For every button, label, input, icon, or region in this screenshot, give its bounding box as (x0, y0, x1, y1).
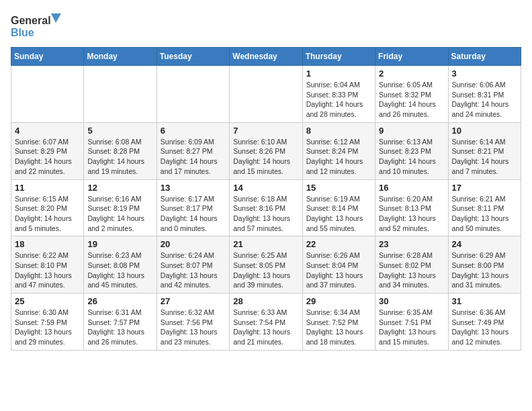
calendar-cell (84, 66, 157, 123)
day-number: 23 (379, 239, 444, 249)
weekday-header-monday: Monday (84, 48, 157, 66)
day-info: Sunrise: 6:28 AM Sunset: 8:02 PM Dayligh… (379, 250, 444, 290)
logo: GeneralBlue (11, 11, 64, 39)
page-header: GeneralBlue (11, 11, 521, 39)
day-number: 17 (452, 183, 517, 193)
day-number: 15 (306, 183, 371, 193)
calendar-cell: 15Sunrise: 6:19 AM Sunset: 8:14 PM Dayli… (302, 179, 375, 236)
day-info: Sunrise: 6:19 AM Sunset: 8:14 PM Dayligh… (306, 194, 371, 234)
day-info: Sunrise: 6:34 AM Sunset: 7:52 PM Dayligh… (306, 308, 371, 347)
calendar-cell: 11Sunrise: 6:15 AM Sunset: 8:20 PM Dayli… (11, 179, 84, 236)
day-info: Sunrise: 6:30 AM Sunset: 7:59 PM Dayligh… (15, 308, 80, 347)
day-info: Sunrise: 6:22 AM Sunset: 8:10 PM Dayligh… (15, 250, 80, 290)
day-info: Sunrise: 6:35 AM Sunset: 7:51 PM Dayligh… (379, 308, 444, 347)
calendar-week-1: 1Sunrise: 6:04 AM Sunset: 8:33 PM Daylig… (11, 66, 521, 123)
calendar-cell: 5Sunrise: 6:08 AM Sunset: 8:28 PM Daylig… (84, 122, 157, 179)
calendar-cell: 4Sunrise: 6:07 AM Sunset: 8:29 PM Daylig… (11, 122, 84, 179)
day-number: 25 (15, 296, 80, 306)
calendar-cell: 17Sunrise: 6:21 AM Sunset: 8:11 PM Dayli… (448, 179, 521, 236)
day-number: 6 (161, 126, 226, 136)
day-info: Sunrise: 6:14 AM Sunset: 8:21 PM Dayligh… (452, 137, 517, 177)
day-number: 11 (15, 183, 80, 193)
day-number: 3 (452, 68, 517, 79)
day-number: 8 (306, 126, 371, 136)
calendar-cell: 1Sunrise: 6:04 AM Sunset: 8:33 PM Daylig… (302, 66, 375, 123)
day-number: 5 (87, 126, 152, 136)
svg-marker-0 (51, 13, 61, 23)
calendar-cell: 12Sunrise: 6:16 AM Sunset: 8:19 PM Dayli… (84, 179, 157, 236)
calendar-cell: 18Sunrise: 6:22 AM Sunset: 8:10 PM Dayli… (11, 236, 84, 293)
weekday-header-wednesday: Wednesday (230, 48, 302, 66)
day-info: Sunrise: 6:12 AM Sunset: 8:24 PM Dayligh… (306, 137, 371, 177)
day-number: 31 (452, 296, 517, 306)
day-number: 21 (233, 239, 298, 249)
day-number: 7 (233, 126, 298, 136)
calendar-cell: 21Sunrise: 6:25 AM Sunset: 8:05 PM Dayli… (230, 236, 302, 293)
calendar-week-2: 4Sunrise: 6:07 AM Sunset: 8:29 PM Daylig… (11, 122, 521, 179)
day-info: Sunrise: 6:31 AM Sunset: 7:57 PM Dayligh… (87, 308, 152, 347)
weekday-header-friday: Friday (375, 48, 448, 66)
day-info: Sunrise: 6:29 AM Sunset: 8:00 PM Dayligh… (452, 250, 517, 290)
day-number: 22 (306, 239, 371, 249)
calendar-cell: 9Sunrise: 6:13 AM Sunset: 8:23 PM Daylig… (375, 122, 448, 179)
calendar-table: SundayMondayTuesdayWednesdayThursdayFrid… (11, 47, 521, 351)
day-info: Sunrise: 6:15 AM Sunset: 8:20 PM Dayligh… (15, 194, 80, 234)
svg-text:Blue: Blue (11, 27, 34, 38)
weekday-header-sunday: Sunday (11, 48, 84, 66)
calendar-cell: 3Sunrise: 6:06 AM Sunset: 8:31 PM Daylig… (448, 66, 521, 123)
calendar-cell: 13Sunrise: 6:17 AM Sunset: 8:17 PM Dayli… (157, 179, 229, 236)
calendar-cell: 23Sunrise: 6:28 AM Sunset: 8:02 PM Dayli… (375, 236, 448, 293)
day-info: Sunrise: 6:23 AM Sunset: 8:08 PM Dayligh… (87, 250, 152, 290)
day-info: Sunrise: 6:17 AM Sunset: 8:17 PM Dayligh… (161, 194, 226, 234)
day-number: 20 (161, 239, 226, 249)
day-number: 12 (87, 183, 152, 193)
calendar-cell: 30Sunrise: 6:35 AM Sunset: 7:51 PM Dayli… (375, 293, 448, 351)
calendar-header-row: SundayMondayTuesdayWednesdayThursdayFrid… (11, 48, 521, 66)
day-number: 13 (161, 183, 226, 193)
day-info: Sunrise: 6:07 AM Sunset: 8:29 PM Dayligh… (15, 137, 80, 177)
day-number: 27 (161, 296, 226, 306)
calendar-cell (157, 66, 229, 123)
day-info: Sunrise: 6:05 AM Sunset: 8:32 PM Dayligh… (379, 80, 444, 120)
weekday-header-tuesday: Tuesday (157, 48, 229, 66)
day-number: 10 (452, 126, 517, 136)
calendar-cell: 20Sunrise: 6:24 AM Sunset: 8:07 PM Dayli… (157, 236, 229, 293)
calendar-cell: 29Sunrise: 6:34 AM Sunset: 7:52 PM Dayli… (302, 293, 375, 351)
calendar-cell: 8Sunrise: 6:12 AM Sunset: 8:24 PM Daylig… (302, 122, 375, 179)
day-number: 4 (15, 126, 80, 136)
day-info: Sunrise: 6:08 AM Sunset: 8:28 PM Dayligh… (87, 137, 152, 177)
calendar-cell: 27Sunrise: 6:32 AM Sunset: 7:56 PM Dayli… (157, 293, 229, 351)
day-info: Sunrise: 6:20 AM Sunset: 8:13 PM Dayligh… (379, 194, 444, 234)
day-number: 19 (87, 239, 152, 249)
calendar-cell: 10Sunrise: 6:14 AM Sunset: 8:21 PM Dayli… (448, 122, 521, 179)
day-number: 30 (379, 296, 444, 306)
calendar-cell: 14Sunrise: 6:18 AM Sunset: 8:16 PM Dayli… (230, 179, 302, 236)
calendar-cell (230, 66, 302, 123)
weekday-header-saturday: Saturday (448, 48, 521, 66)
day-number: 28 (233, 296, 298, 306)
day-number: 29 (306, 296, 371, 306)
day-info: Sunrise: 6:13 AM Sunset: 8:23 PM Dayligh… (379, 137, 444, 177)
day-number: 2 (379, 68, 444, 79)
day-number: 26 (87, 296, 152, 306)
day-info: Sunrise: 6:10 AM Sunset: 8:26 PM Dayligh… (233, 137, 298, 177)
calendar-cell: 16Sunrise: 6:20 AM Sunset: 8:13 PM Dayli… (375, 179, 448, 236)
day-info: Sunrise: 6:24 AM Sunset: 8:07 PM Dayligh… (161, 250, 226, 290)
calendar-cell: 31Sunrise: 6:36 AM Sunset: 7:49 PM Dayli… (448, 293, 521, 351)
calendar-cell: 7Sunrise: 6:10 AM Sunset: 8:26 PM Daylig… (230, 122, 302, 179)
day-number: 14 (233, 183, 298, 193)
day-info: Sunrise: 6:04 AM Sunset: 8:33 PM Dayligh… (306, 80, 371, 120)
day-number: 9 (379, 126, 444, 136)
calendar-cell: 6Sunrise: 6:09 AM Sunset: 8:27 PM Daylig… (157, 122, 229, 179)
calendar-week-3: 11Sunrise: 6:15 AM Sunset: 8:20 PM Dayli… (11, 179, 521, 236)
calendar-cell: 24Sunrise: 6:29 AM Sunset: 8:00 PM Dayli… (448, 236, 521, 293)
calendar-cell: 22Sunrise: 6:26 AM Sunset: 8:04 PM Dayli… (302, 236, 375, 293)
day-info: Sunrise: 6:36 AM Sunset: 7:49 PM Dayligh… (452, 308, 517, 347)
day-number: 16 (379, 183, 444, 193)
day-info: Sunrise: 6:06 AM Sunset: 8:31 PM Dayligh… (452, 80, 517, 120)
day-info: Sunrise: 6:21 AM Sunset: 8:11 PM Dayligh… (452, 194, 517, 234)
calendar-week-4: 18Sunrise: 6:22 AM Sunset: 8:10 PM Dayli… (11, 236, 521, 293)
day-info: Sunrise: 6:25 AM Sunset: 8:05 PM Dayligh… (233, 250, 298, 290)
day-info: Sunrise: 6:09 AM Sunset: 8:27 PM Dayligh… (161, 137, 226, 177)
day-info: Sunrise: 6:18 AM Sunset: 8:16 PM Dayligh… (233, 194, 298, 234)
